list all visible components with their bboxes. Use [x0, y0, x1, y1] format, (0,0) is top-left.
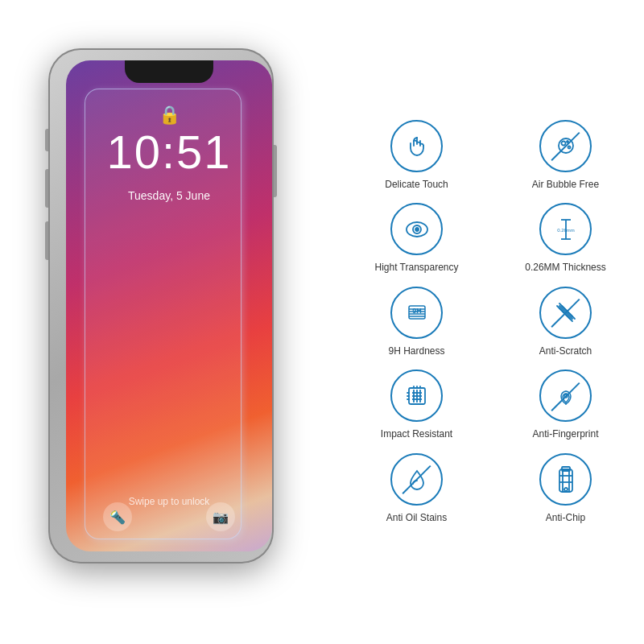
air-bubble-free-icon-circle [539, 120, 592, 172]
anti-oil-no-symbol [392, 455, 441, 504]
features-panel: Delicate Touch Air Bubble Free [338, 0, 644, 644]
power-button [274, 145, 277, 197]
features-grid: Delicate Touch Air Bubble Free [346, 120, 636, 525]
anti-chip-label: Anti-Chip [546, 512, 585, 525]
anti-chip-icon-circle [539, 453, 592, 506]
svg-text:0.26mm: 0.26mm [557, 228, 575, 233]
thickness-icon-circle: 0.26mm [539, 203, 592, 255]
high-transparency-label: Hight Transparency [374, 262, 458, 275]
anti-fingerprint-icon-circle [539, 369, 592, 422]
9h-hardness-label: 9H Hardness [388, 345, 444, 358]
phone-wrapper: 🔒 10:51 Tuesday, 5 June Swipe up to unlo… [40, 48, 298, 596]
mute-button [45, 129, 48, 151]
feature-anti-fingerprint: Anti-Fingerprint [495, 369, 636, 441]
svg-text:9H: 9H [412, 307, 422, 315]
feature-anti-chip: Anti-Chip [495, 453, 636, 525]
feature-anti-oil: Anti Oil Stains [346, 453, 487, 525]
feature-air-bubble-free: Air Bubble Free [495, 120, 636, 192]
anti-fingerprint-no-symbol [541, 371, 590, 420]
delicate-touch-icon-circle [390, 120, 443, 172]
feature-delicate-touch: Delicate Touch [346, 120, 487, 192]
phone-notch [125, 60, 213, 83]
air-bubble-free-label: Air Bubble Free [532, 179, 599, 192]
anti-fingerprint-label: Anti-Fingerprint [532, 428, 598, 441]
glass-protector [85, 89, 242, 539]
high-transparency-icon-circle [390, 203, 443, 255]
delicate-touch-label: Delicate Touch [385, 179, 448, 192]
9h-hardness-icon-circle: 9H [390, 287, 443, 339]
feature-impact-resistant: Impact Resistant [346, 369, 487, 441]
phone-display-panel: 🔒 10:51 Tuesday, 5 June Swipe up to unlo… [0, 0, 338, 644]
feature-thickness: 0.26mm 0.26MM Thickness [495, 203, 636, 275]
anti-scratch-icon-circle [539, 287, 592, 339]
svg-point-35 [564, 488, 568, 491]
anti-scratch-no-symbol [541, 288, 590, 337]
anti-oil-label: Anti Oil Stains [386, 512, 447, 525]
thickness-label: 0.26MM Thickness [525, 262, 605, 275]
feature-9h-hardness: 9H 9H Hardness [346, 287, 487, 358]
volume-down-button [45, 221, 48, 260]
volume-up-button [45, 169, 48, 208]
feature-anti-scratch: Anti-Scratch [495, 287, 636, 358]
no-symbol-overlay [541, 122, 590, 171]
impact-resistant-label: Impact Resistant [381, 428, 452, 441]
anti-oil-icon-circle [390, 453, 443, 506]
svg-point-6 [415, 228, 419, 231]
anti-scratch-label: Anti-Scratch [539, 345, 592, 358]
feature-high-transparency: Hight Transparency [346, 203, 487, 275]
impact-resistant-icon-circle [390, 369, 443, 422]
